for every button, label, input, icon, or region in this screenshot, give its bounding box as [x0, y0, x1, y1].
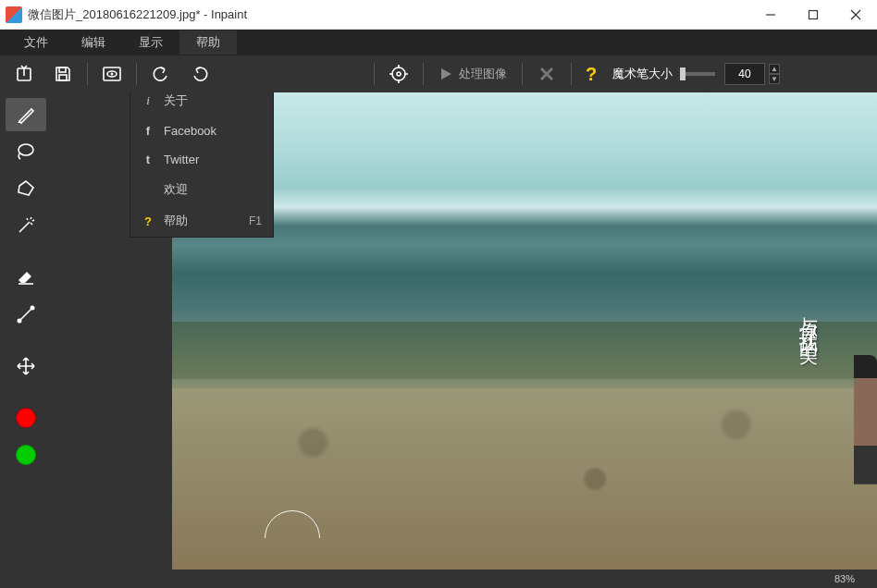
status-bar: 83% [0, 570, 877, 588]
svg-point-11 [397, 72, 401, 76]
save-button[interactable] [44, 59, 81, 89]
undo-icon [152, 65, 170, 83]
toolbar-separator [374, 63, 375, 85]
red-circle-icon [16, 408, 36, 428]
magic-wand-icon [16, 215, 36, 236]
tool-sidebar [0, 92, 52, 570]
toolbar-separator [136, 63, 137, 85]
brush-size-slider[interactable] [680, 72, 715, 76]
svg-point-10 [392, 67, 405, 80]
eraser-tool-button[interactable] [6, 261, 46, 294]
crosshair-icon [389, 65, 408, 83]
slider-thumb[interactable] [680, 67, 686, 80]
svg-point-12 [19, 144, 33, 155]
help-dropdown: i 关于 f Facebook t Twitter 欢迎 ? 帮助 F1 [130, 92, 274, 238]
minimize-button[interactable] [749, 0, 792, 30]
toolbar-separator [423, 63, 424, 85]
spin-up-button[interactable]: ▲ [769, 64, 780, 74]
menu-edit[interactable]: 编辑 [65, 31, 122, 55]
maximize-icon [808, 9, 819, 20]
main-area: 与你寻找的美 i 关于 f Facebook t Twitter 欢迎 [0, 92, 877, 570]
dropdown-about-label: 关于 [164, 92, 188, 109]
close-button[interactable] [834, 0, 877, 30]
svg-rect-5 [59, 67, 66, 72]
maximize-button[interactable] [792, 0, 834, 30]
menu-file[interactable]: 文件 [7, 31, 65, 55]
eye-rect-icon [102, 66, 122, 82]
lasso-icon [16, 141, 36, 162]
open-icon [15, 65, 33, 83]
dropdown-twitter[interactable]: t Twitter [130, 145, 273, 174]
toolbar: 处理图像 ? 魔术笔大小 ▲ ▼ [0, 55, 877, 92]
line-icon [16, 304, 36, 325]
menu-bar: 文件 编辑 显示 帮助 [0, 30, 877, 55]
svg-point-9 [111, 73, 114, 76]
help-button[interactable]: ? [577, 59, 605, 89]
dropdown-facebook-label: Facebook [164, 124, 216, 138]
process-label: 处理图像 [459, 66, 507, 82]
window-controls [749, 0, 877, 30]
toolbar-separator [87, 63, 88, 85]
menu-view[interactable]: 显示 [122, 31, 179, 55]
play-icon [438, 67, 453, 81]
red-mask-button[interactable] [6, 401, 46, 435]
svg-line-15 [20, 309, 31, 320]
dropdown-welcome[interactable]: 欢迎 [130, 174, 273, 205]
dropdown-help-shortcut: F1 [249, 214, 262, 227]
facebook-icon: f [142, 124, 154, 138]
move-tool-button[interactable] [6, 349, 46, 383]
redo-icon [191, 65, 209, 83]
original-view-button[interactable] [93, 59, 130, 89]
marker-tool-button[interactable] [6, 98, 46, 131]
svg-rect-6 [59, 75, 67, 80]
toolbar-separator [571, 63, 572, 85]
brush-size-spinner: ▲ ▼ [769, 64, 780, 84]
move-icon [16, 356, 36, 376]
title-bar: 微信图片_20180616221209.jpg* - Inpaint [0, 0, 877, 30]
canvas-content: 与你寻找的美 [172, 92, 877, 570]
save-icon [54, 65, 72, 83]
redo-button[interactable] [181, 59, 218, 89]
selection-scope-button[interactable] [380, 59, 417, 89]
line-tool-button[interactable] [6, 298, 46, 331]
dropdown-help-label: 帮助 [164, 213, 188, 229]
twitter-icon: t [142, 153, 154, 166]
question-icon: ? [142, 214, 154, 228]
svg-rect-1 [809, 10, 818, 18]
spin-down-button[interactable]: ▼ [769, 74, 780, 84]
dropdown-welcome-label: 欢迎 [164, 181, 188, 198]
close-icon [850, 9, 861, 20]
info-icon: i [142, 93, 154, 108]
brush-size-input[interactable] [724, 63, 765, 85]
app-icon [6, 6, 22, 23]
undo-button[interactable] [142, 59, 179, 89]
menu-help[interactable]: 帮助 [179, 31, 237, 55]
marker-icon [16, 104, 36, 125]
dropdown-help[interactable]: ? 帮助 F1 [130, 205, 273, 237]
dropdown-facebook[interactable]: f Facebook [130, 116, 273, 145]
polygon-icon [16, 178, 36, 199]
brush-size-label: 魔术笔大小 [612, 66, 673, 82]
vertical-caption: 与你寻找的美 [797, 302, 821, 336]
cancel-button[interactable] [528, 59, 565, 89]
question-icon: ? [586, 64, 597, 85]
zoom-level: 83% [834, 573, 855, 584]
eraser-icon [16, 267, 36, 288]
toolbar-separator [522, 63, 523, 85]
process-button[interactable]: 处理图像 [429, 66, 516, 82]
dropdown-about[interactable]: i 关于 [130, 92, 273, 116]
minimize-icon [765, 9, 776, 20]
image-content: 与你寻找的美 [172, 92, 877, 570]
magic-wand-button[interactable] [6, 209, 46, 242]
polygon-tool-button[interactable] [6, 172, 46, 205]
lasso-tool-button[interactable] [6, 135, 46, 168]
x-icon [538, 66, 555, 82]
canvas-area[interactable]: 与你寻找的美 i 关于 f Facebook t Twitter 欢迎 [52, 92, 877, 570]
open-button[interactable] [6, 59, 43, 89]
green-mask-button[interactable] [6, 438, 46, 472]
window-title: 微信图片_20180616221209.jpg* - Inpaint [28, 6, 749, 23]
green-circle-icon [16, 445, 36, 465]
dropdown-twitter-label: Twitter [164, 153, 199, 166]
